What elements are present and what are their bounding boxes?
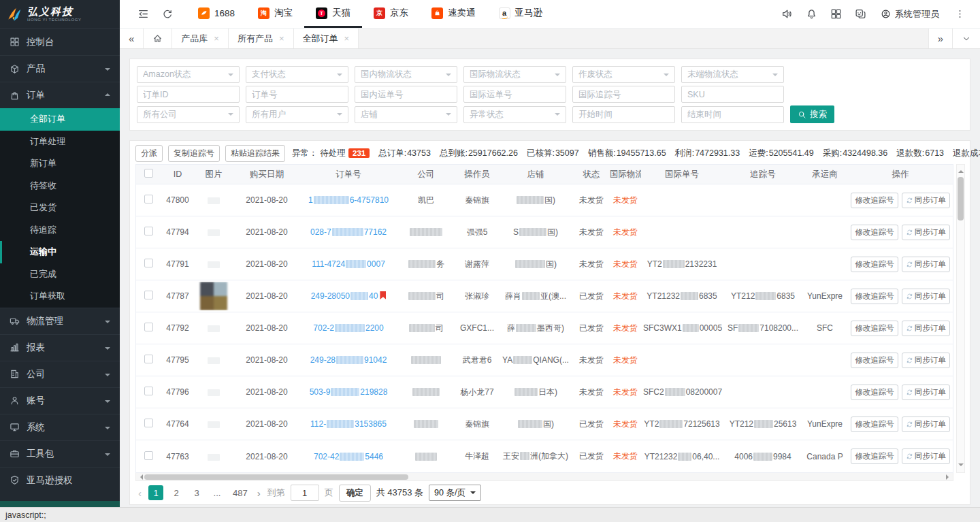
scroll-right-icon[interactable] (946, 474, 951, 480)
sidebar-item[interactable]: 产品 (0, 55, 120, 82)
scroll-up-icon[interactable] (958, 167, 964, 173)
sidebar-item[interactable]: 订单 (0, 82, 120, 108)
speaker-icon[interactable] (774, 0, 799, 28)
prev-page-icon[interactable]: ‹ (137, 487, 143, 499)
menu-fold-icon[interactable] (131, 0, 155, 28)
close-icon[interactable]: × (279, 33, 284, 44)
scroll-down-icon[interactable] (958, 463, 964, 469)
sync-order-button[interactable]: 同步订单 (902, 225, 950, 240)
sync-order-button[interactable]: 同步订单 (902, 257, 950, 272)
row-checkbox[interactable] (144, 355, 153, 363)
tabs-back-icon[interactable]: « (120, 29, 144, 48)
edit-tracking-button[interactable]: 修改追踪号 (851, 385, 898, 400)
filter-input[interactable] (137, 86, 240, 103)
page-number[interactable]: 487 (230, 485, 250, 500)
row-checkbox[interactable] (144, 291, 153, 299)
sidebar-subitem[interactable]: 待签收 (0, 175, 120, 197)
marketplace-tab[interactable]: 京京东 (362, 0, 420, 28)
edit-tracking-button[interactable]: 修改追踪号 (851, 289, 898, 304)
refresh-icon[interactable] (155, 0, 180, 28)
filter-input[interactable] (246, 86, 348, 103)
row-checkbox[interactable] (144, 323, 153, 331)
close-icon[interactable]: × (344, 33, 350, 44)
order-number-link[interactable]: 111-47240007 (312, 259, 385, 269)
sync-order-button[interactable]: 同步订单 (902, 193, 950, 208)
row-checkbox[interactable] (144, 387, 153, 395)
filter-input[interactable] (681, 86, 784, 103)
sidebar-item[interactable]: 物流管理 (0, 308, 120, 334)
sidebar-item[interactable]: 账号 (0, 387, 120, 414)
sidebar-subitem[interactable]: 待追踪 (0, 219, 120, 242)
sync-order-button[interactable]: 同步订单 (902, 448, 950, 464)
edit-tracking-button[interactable]: 修改追踪号 (851, 353, 898, 368)
marketplace-tab[interactable]: 1688 (186, 0, 246, 28)
sidebar-subitem[interactable]: 订单处理 (0, 131, 120, 153)
page-number[interactable]: 2 (169, 485, 184, 500)
horizontal-scrollbar[interactable] (135, 473, 953, 481)
order-number-link[interactable]: 249-2891042 (310, 355, 387, 365)
row-checkbox[interactable] (144, 227, 153, 235)
page-number[interactable]: 3 (189, 485, 204, 500)
user-menu[interactable]: 系统管理员 (872, 0, 947, 28)
toolbar-button[interactable]: 粘贴追踪结果 (225, 145, 285, 162)
filter-input[interactable] (463, 86, 566, 103)
sidebar-subitem[interactable]: 全部订单 (0, 108, 120, 131)
filter-select[interactable]: 所有用户 (246, 106, 348, 123)
marketplace-tab[interactable]: T天猫 (304, 0, 362, 28)
sidebar-item[interactable]: 报表 (0, 334, 120, 361)
more-icon[interactable] (947, 0, 972, 28)
filter-select[interactable]: 店铺 (355, 106, 457, 123)
vertical-scroll-thumb[interactable] (958, 177, 964, 221)
filter-input[interactable] (681, 106, 784, 123)
filter-select[interactable]: 作废状态 (572, 66, 675, 83)
sidebar-subitem[interactable]: 已完成 (0, 263, 120, 286)
sidebar-subitem[interactable]: 新订单 (0, 152, 120, 175)
search-button[interactable]: 搜索 (790, 105, 834, 123)
sidebar-item[interactable]: 工具包 (0, 440, 120, 467)
sidebar-item[interactable]: 系统 (0, 414, 120, 440)
sync-order-button[interactable]: 同步订单 (902, 289, 950, 304)
filter-input[interactable] (355, 86, 457, 103)
filter-select[interactable]: 国内物流状态 (355, 66, 457, 83)
horizontal-scroll-thumb[interactable] (144, 474, 408, 480)
sidebar-subitem[interactable]: 订单获取 (0, 285, 120, 308)
filter-select[interactable]: 所有公司 (137, 106, 240, 123)
select-all-checkbox[interactable] (144, 169, 153, 178)
filter-select[interactable]: 国际物流状态 (463, 66, 566, 83)
sidebar-subitem[interactable]: 已发货 (0, 197, 120, 219)
edit-tracking-button[interactable]: 修改追踪号 (851, 193, 898, 208)
page-size-select[interactable]: 90 条/页 (429, 485, 481, 501)
marketplace-tab[interactable]: 淘淘宝 (246, 0, 304, 28)
order-number-link[interactable]: 702-425446 (314, 452, 383, 461)
filter-select[interactable]: 末端物流状态 (681, 66, 784, 83)
sync-order-button[interactable]: 同步订单 (902, 385, 950, 400)
edit-tracking-button[interactable]: 修改追踪号 (851, 448, 898, 464)
page-number[interactable]: 1 (148, 485, 163, 500)
marketplace-tab[interactable]: 速卖通 (420, 0, 487, 28)
edit-tracking-button[interactable]: 修改追踪号 (851, 225, 898, 240)
tabs-forward-icon[interactable]: » (928, 29, 952, 48)
next-page-icon[interactable]: › (256, 487, 262, 499)
page-tab[interactable]: 产品库× (172, 29, 229, 48)
confirm-button[interactable]: 确定 (339, 485, 371, 502)
sidebar-item[interactable]: 控制台 (0, 29, 120, 55)
row-checkbox[interactable] (144, 259, 153, 267)
edit-tracking-button[interactable]: 修改追踪号 (851, 257, 898, 272)
goto-page-input[interactable] (291, 485, 319, 501)
home-icon[interactable] (144, 29, 172, 48)
page-tab[interactable]: 所有产品× (229, 29, 294, 48)
scroll-left-icon[interactable] (137, 474, 143, 480)
order-number-link[interactable]: 16-4757810 (308, 195, 389, 205)
row-checkbox[interactable] (144, 419, 153, 427)
vertical-scrollbar[interactable] (956, 164, 965, 473)
filter-select[interactable]: Amazon状态 (137, 66, 240, 83)
order-number-link[interactable]: 503-9219828 (310, 387, 388, 397)
switch-icon[interactable] (848, 0, 872, 28)
bell-icon[interactable] (799, 0, 823, 28)
sidebar-subitem[interactable]: 运输中 (0, 241, 120, 263)
sync-order-button[interactable]: 同步订单 (902, 353, 950, 368)
toolbar-button[interactable]: 分派 (135, 145, 163, 162)
sync-order-button[interactable]: 同步订单 (902, 321, 950, 336)
order-number-link[interactable]: 028-777162 (310, 227, 387, 237)
page-tab[interactable]: 全部订单× (294, 29, 359, 48)
